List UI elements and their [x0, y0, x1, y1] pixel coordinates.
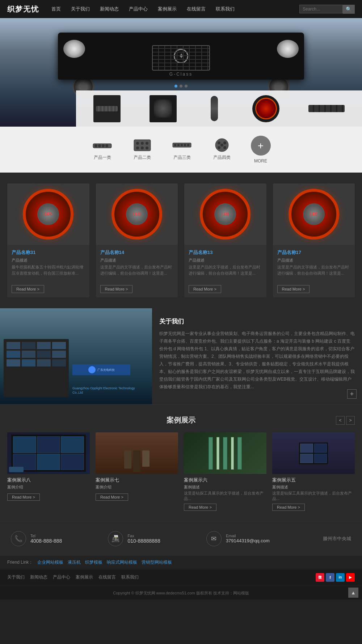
category-item-1[interactable]: 产品一类: [92, 139, 113, 161]
product-info-3: 产品名称13 产品描述 这里是产品的文字描述，后台发布产品时进行编辑，前台会自动…: [184, 245, 266, 297]
product-desc-label-3: 产品描述: [189, 258, 262, 263]
product-info-2: 产品名称14 产品描述 这里是产品的文字描述，后台发布产品时进行编辑，前台会自动…: [96, 245, 178, 297]
svg-point-6: [136, 142, 139, 145]
case-navigation: < >: [336, 416, 355, 425]
product-name-1: 产品名称31: [12, 249, 85, 256]
case-name-3: 案例展示六: [184, 477, 266, 483]
product-image-2: LED: [96, 183, 178, 245]
friend-link-1[interactable]: 企业网站模板: [37, 559, 63, 565]
case-desc-4: 这里是钻探工具展示的文字描述，后台发布产品...: [272, 491, 355, 502]
friend-link-2[interactable]: 液压机: [68, 559, 81, 565]
product-image-3: LED: [184, 183, 266, 245]
product-readmore-2[interactable]: Read More >: [100, 285, 133, 293]
product-desc-4: 这里是产品的文字描述，后台发布产品时进行编辑，前台会自动调用！这里是...: [277, 264, 351, 281]
footer-info: 📞 Tel 4008-888-888 📠 Fax 010-88888888 ✉ …: [0, 522, 362, 555]
footer-nav-cases[interactable]: 案例展示: [76, 574, 93, 580]
friend-links-label: Friend Link：: [7, 559, 33, 565]
product-readmore-3[interactable]: Read More >: [189, 285, 221, 293]
category-more-icon: +: [251, 136, 271, 156]
hero-product-5: [308, 105, 345, 112]
product-readmore-4[interactable]: Read More >: [277, 285, 310, 293]
case-readmore-4[interactable]: Read More >: [272, 504, 305, 511]
svg-point-11: [146, 147, 148, 149]
hero-dots: [174, 85, 188, 88]
nav-about[interactable]: 关于我们: [66, 0, 95, 18]
case-image-3: [184, 432, 266, 474]
social-linkedin[interactable]: in: [336, 573, 345, 582]
search-button[interactable]: 🔍: [343, 5, 355, 14]
case-readmore-3[interactable]: Read More >: [184, 504, 216, 511]
social-youtube[interactable]: ▶: [346, 573, 355, 582]
case-card-4: 案例展示五 案例描述 这里是钻探工具展示的文字描述，后台发布产品... Read…: [272, 432, 355, 511]
product-readmore-1[interactable]: Read More >: [12, 285, 44, 293]
category-item-2[interactable]: 产品二类: [131, 139, 153, 161]
footer-address: 滕州市中央城: [323, 535, 351, 542]
product-card-2: LED 产品名称14 产品描述 这里是产品的文字描述，后台发布产品时进行编辑，前…: [96, 183, 178, 297]
case-next-button[interactable]: >: [346, 416, 355, 425]
about-title: 关于我们: [159, 317, 355, 326]
about-image: Guangzhou Opplight Electronic Technology…: [0, 308, 152, 404]
category-icon-3: [171, 139, 193, 152]
hero-product-4: [252, 95, 279, 122]
social-facebook[interactable]: f: [326, 573, 334, 582]
case-name-1: 案例展示八: [7, 477, 90, 483]
category-more[interactable]: + MORE: [251, 136, 271, 164]
case-readmore-1[interactable]: Read More >: [7, 493, 40, 501]
case-readmore-2[interactable]: Read More >: [96, 493, 128, 501]
header: 织梦无忧 首页 关于我们 新闻动态 产品中心 案例展示 在线留言 联系我们 🔍: [0, 0, 362, 18]
product-desc-3: 这里是产品的文字描述，后台发布产品时进行编辑，前台会自动调用！这里是...: [189, 264, 262, 281]
back-to-top-button[interactable]: ▲: [348, 588, 358, 598]
social-buttons: 微 f in ▶: [316, 573, 355, 582]
svg-rect-14: [177, 144, 180, 146]
dot-3[interactable]: [185, 85, 188, 88]
search-icon: 🔍: [346, 7, 352, 12]
case-name-4: 案例展示五: [272, 477, 355, 483]
footer-nav-news[interactable]: 新闻动态: [30, 574, 47, 580]
nav-home[interactable]: 首页: [46, 0, 66, 18]
svg-point-22: [223, 146, 226, 149]
category-item-3[interactable]: 产品三类: [171, 139, 193, 161]
nav-message[interactable]: 在线留言: [182, 0, 211, 18]
dot-1[interactable]: [174, 85, 177, 88]
tel-value: 4008-888-888: [30, 538, 62, 544]
case-desc-label-4: 案例描述: [272, 484, 355, 490]
product-desc-label-4: 产品描述: [277, 258, 351, 263]
svg-point-7: [141, 142, 144, 145]
search-box: 🔍: [299, 5, 355, 14]
about-section: Guangzhou Opplight Electronic Technology…: [0, 308, 362, 404]
product-info-4: 产品名称17 产品描述 这里是产品的文字描述，后台发布产品时进行编辑，前台会自动…: [273, 245, 355, 297]
nav-news[interactable]: 新闻动态: [95, 0, 124, 18]
email-value: 379144319@qq.com: [226, 538, 270, 543]
case-desc-3: 这里是钻探工具展示的文字描述，后台发布产品...: [184, 491, 266, 502]
case-prev-button[interactable]: <: [336, 416, 345, 425]
copyright-text: Copyright © 织梦无忧网 www.dedecms51.com 版权所有…: [113, 591, 249, 595]
case-desc-label-2: 案例介绍: [96, 484, 178, 490]
footer-nav-products[interactable]: 产品中心: [53, 574, 70, 580]
footer-tel: 📞 Tel 4008-888-888: [11, 531, 62, 546]
footer-nav-about[interactable]: 关于我们: [7, 574, 25, 580]
footer-nav-contact[interactable]: 联系我们: [121, 574, 139, 580]
about-company-name: Guangzhou Opplight Electronic Technology…: [72, 386, 145, 395]
nav-contact[interactable]: 联系我们: [211, 0, 240, 18]
case-card-3: 案例展示六 案例描述 这里是钻探工具展示的文字描述，后台发布产品... Read…: [184, 432, 266, 511]
footer-nav-message[interactable]: 在线留言: [98, 574, 116, 580]
product-name-4: 产品名称17: [277, 249, 351, 256]
friend-link-5[interactable]: 营销型网站模板: [142, 559, 172, 565]
category-item-4[interactable]: 产品四类: [211, 139, 233, 161]
nav-cases[interactable]: 案例展示: [153, 0, 182, 18]
product-name-2: 产品名称14: [100, 249, 174, 256]
svg-point-20: [223, 141, 226, 144]
social-weibo[interactable]: 微: [316, 573, 324, 582]
nav-products[interactable]: 产品中心: [124, 0, 153, 18]
category-label-3: 产品三类: [173, 154, 191, 161]
dot-2[interactable]: [180, 85, 182, 88]
svg-point-9: [136, 147, 139, 149]
about-more-button[interactable]: +: [347, 389, 357, 399]
email-icon: ✉: [206, 531, 222, 546]
friend-link-4[interactable]: 响应式网站模板: [107, 559, 137, 565]
product-name-3: 产品名称13: [189, 249, 262, 256]
case-header: 案例展示 < >: [7, 415, 355, 425]
search-input[interactable]: [299, 5, 343, 13]
friend-link-3[interactable]: 织梦模板: [85, 559, 102, 565]
hero-product-3: [205, 95, 223, 122]
